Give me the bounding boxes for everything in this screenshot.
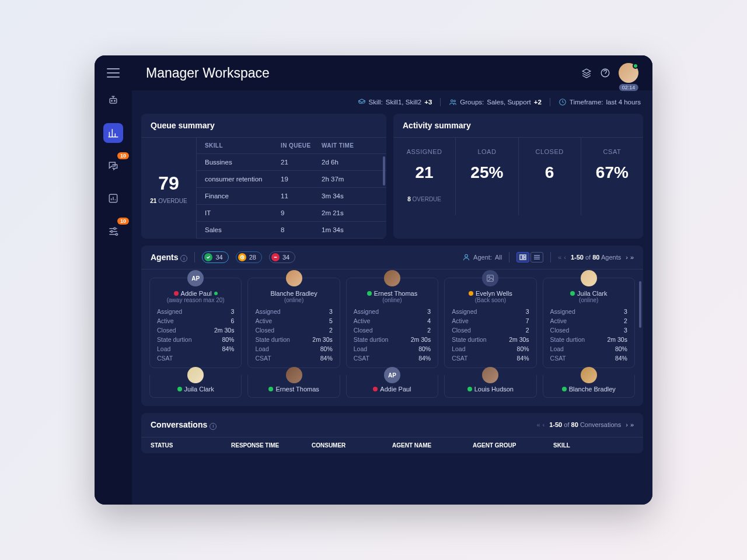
agent-card[interactable]: AP Addie Paul (away reason max 20) Assig… <box>149 278 242 368</box>
help-icon[interactable] <box>600 68 610 78</box>
pager-next[interactable]: › <box>626 254 628 261</box>
chat-icon <box>107 160 119 172</box>
agent-card[interactable]: Blanche Bradley <box>543 375 635 398</box>
svg-point-6 <box>116 233 117 235</box>
avatar <box>482 270 498 286</box>
nav-chat[interactable]: 10 <box>103 156 123 176</box>
card-view-button[interactable] <box>516 252 529 262</box>
agent-card[interactable]: APAddie Paul <box>346 375 438 398</box>
svg-point-1 <box>111 100 113 102</box>
pager-prev[interactable]: ‹ <box>564 254 566 261</box>
report-icon <box>107 192 119 204</box>
svg-rect-15 <box>523 258 526 260</box>
queue-total: 79 <box>158 173 179 194</box>
filter-groups[interactable]: Groups: Sales, Support +2 <box>449 98 541 106</box>
avatar: AP <box>187 270 204 286</box>
queue-col-skill: SKILL <box>205 142 281 149</box>
activity-title: Activity summary <box>393 114 643 138</box>
svg-point-12 <box>465 254 468 257</box>
pager-first[interactable]: « <box>536 421 540 428</box>
queue-col-wait: WAIT TIME <box>322 142 378 149</box>
svg-rect-16 <box>487 275 494 282</box>
filter-timeframe[interactable]: Timeframe: last 4 hours <box>558 98 641 106</box>
user-icon <box>462 253 470 261</box>
topbar: Manager Workspace 02:14 <box>132 55 652 90</box>
bar-chart-icon <box>107 127 119 139</box>
svg-point-17 <box>488 276 490 278</box>
svg-rect-14 <box>523 255 526 257</box>
svg-point-9 <box>454 100 456 102</box>
svg-point-4 <box>114 228 116 229</box>
conversations-pager: «‹ 1-50 of 80 Conversations ›» <box>536 421 634 428</box>
clock-icon <box>558 98 567 106</box>
presence-indicator <box>633 63 638 69</box>
agent-filter[interactable]: Agent: All <box>462 253 502 261</box>
sliders-icon <box>107 225 119 237</box>
pager-last[interactable]: » <box>630 421 634 428</box>
nav-bot[interactable] <box>103 90 123 110</box>
list-view-button[interactable] <box>530 252 543 262</box>
nav-badge: 10 <box>117 152 129 159</box>
pill-away[interactable]: 28 <box>236 251 262 263</box>
scrollbar[interactable] <box>639 281 641 328</box>
app-window: 10 10 Manager Workspace 02:14 <box>95 55 652 505</box>
agent-card[interactable]: Ernest Thomas <box>247 375 340 398</box>
skill-icon <box>358 98 366 106</box>
agent-card[interactable]: Juila Clark <box>149 375 242 398</box>
svg-rect-13 <box>520 255 522 260</box>
queue-title: Queue summary <box>141 114 386 138</box>
nav-settings[interactable]: 10 <box>103 221 123 241</box>
session-timer: 02:14 <box>619 84 638 91</box>
main-area: Manager Workspace 02:14 Skill: Skill1, S… <box>132 55 652 505</box>
avatar <box>384 270 400 286</box>
robot-icon <box>107 94 119 106</box>
agents-grid-row2: Juila Clark Ernest Thomas APAddie Paul L… <box>141 373 643 406</box>
pager-next[interactable]: › <box>626 421 628 428</box>
svg-point-2 <box>114 100 116 102</box>
filter-bar: Skill: Skill1, Skill2 +3 Groups: Sales, … <box>132 90 652 114</box>
menu-toggle[interactable] <box>107 68 120 78</box>
nav-dashboard[interactable] <box>103 123 123 143</box>
pill-busy[interactable]: 34 <box>269 251 295 263</box>
user-avatar[interactable]: 02:14 <box>619 63 638 83</box>
agent-card[interactable]: Ernest Thomas (online) Assigned3 Active4… <box>346 278 438 368</box>
groups-icon <box>449 98 457 106</box>
agent-card[interactable]: Evelyn Wells (Back soon) Assigned3 Activ… <box>444 278 536 368</box>
svg-point-8 <box>451 100 453 102</box>
queue-summary-card: Queue summary 79 21 OVERDUE SKILL IN QUE… <box>141 114 386 239</box>
filter-skill[interactable]: Skill: Skill1, Skill2 +3 <box>358 98 432 106</box>
conversations-header-row: STATUS RESPONSE TIME CONSUMER AGENT NAME… <box>141 437 643 453</box>
pager-last[interactable]: » <box>630 254 634 261</box>
agents-pager: «‹ 1-50 of 80 Agents ›» <box>558 254 634 261</box>
pager-first[interactable]: « <box>558 254 561 261</box>
conversations-card: Conversationsi «‹ 1-50 of 80 Conversatio… <box>141 413 643 453</box>
agent-card[interactable]: Louis Hudson <box>444 375 536 398</box>
page-title: Manager Workspace <box>146 65 270 81</box>
svg-point-5 <box>111 230 113 232</box>
scrollbar[interactable] <box>383 156 385 186</box>
agents-card: Agentsi 34 28 34 Agent: All <box>141 246 643 406</box>
agent-card[interactable]: Juila Clark (online) Assigned3 Active2 C… <box>543 278 635 368</box>
image-icon <box>486 274 494 282</box>
queue-col-inqueue: IN QUEUE <box>281 142 322 149</box>
agent-card[interactable]: Blanche Bradley (online) Assigned3 Activ… <box>247 278 340 368</box>
avatar <box>286 270 302 286</box>
info-icon[interactable]: i <box>180 255 187 262</box>
status-dot <box>174 291 179 296</box>
agents-grid: AP Addie Paul (away reason max 20) Assig… <box>141 270 643 373</box>
info-icon[interactable]: i <box>210 423 217 430</box>
nav-badge: 10 <box>117 218 129 225</box>
activity-summary-card: Activity summary ASSIGNED 21 8 OVERDUE L… <box>393 114 643 239</box>
nav-reports[interactable] <box>103 188 123 208</box>
pager-prev[interactable]: ‹ <box>543 421 545 428</box>
queue-rows[interactable]: Bussines212d 6h consumer retention192h 3… <box>197 154 386 239</box>
pill-online[interactable]: 34 <box>202 251 228 263</box>
layers-icon[interactable] <box>581 68 592 78</box>
sidebar: 10 10 <box>95 55 132 505</box>
avatar <box>581 270 597 286</box>
